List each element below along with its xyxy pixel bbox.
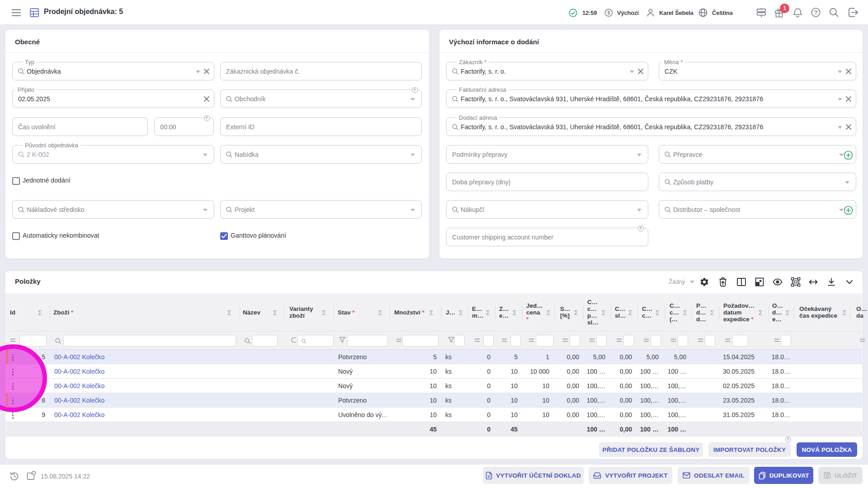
svg-text:?: ? <box>814 9 818 16</box>
svg-text:$: $ <box>608 10 610 15</box>
